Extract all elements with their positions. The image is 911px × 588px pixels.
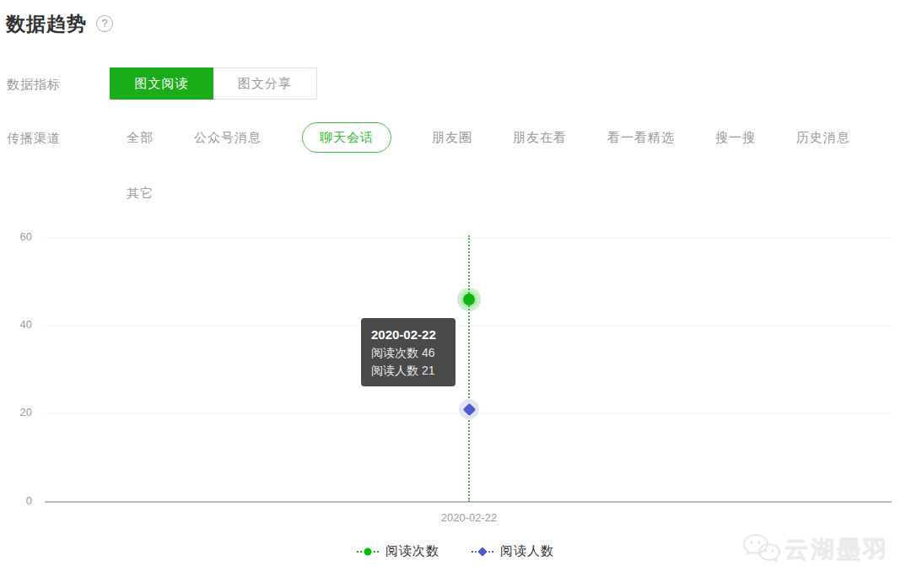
channel-all[interactable]: 全部: [127, 122, 154, 153]
channel-filter-list: 全部 公众号消息 聊天会话 朋友圈 朋友在看 看一看精选 搜一搜 历史消息 其它: [127, 122, 877, 208]
channels-row-label: 传播渠道: [7, 131, 61, 147]
legend-circle-icon: [357, 546, 379, 558]
metric-tabs: 图文阅读 图文分享: [110, 67, 317, 100]
channel-friends-reading[interactable]: 朋友在看: [513, 122, 567, 153]
chart-tooltip: 2020-02-22 阅读次数 46 阅读人数 21: [361, 318, 456, 386]
tab-article-share[interactable]: 图文分享: [213, 67, 317, 100]
legend-diamond-icon: [472, 546, 493, 558]
diamond-marker-icon: [462, 403, 476, 417]
channel-top-stories[interactable]: 看一看精选: [607, 122, 675, 153]
legend-item-reader-count[interactable]: 阅读人数: [472, 543, 554, 559]
metrics-row-label: 数据指标: [7, 77, 61, 93]
y-axis-tick-60: 60: [0, 230, 32, 243]
page-title: 数据趋势: [6, 11, 87, 37]
tooltip-date: 2020-02-22: [371, 326, 445, 343]
tab-article-read[interactable]: 图文阅读: [110, 67, 213, 100]
channel-search[interactable]: 搜一搜: [715, 122, 756, 153]
highlight-vertical-dotted-line: [468, 235, 470, 502]
watermark-text: 云湖墨羽: [784, 533, 889, 565]
tooltip-read-count-row: 阅读次数 46: [371, 344, 445, 362]
y-axis-tick-40: 40: [0, 318, 32, 331]
channel-moments[interactable]: 朋友圈: [432, 122, 472, 153]
data-point-reader-count[interactable]: [459, 399, 479, 419]
y-axis-tick-0: 0: [0, 494, 32, 507]
channel-chat-session[interactable]: 聊天会话: [302, 122, 391, 153]
channel-other[interactable]: 其它: [127, 178, 154, 208]
watermark: 云湖墨羽: [741, 531, 889, 567]
y-axis-tick-20: 20: [0, 406, 32, 418]
help-icon[interactable]: ?: [96, 15, 113, 32]
wechat-logo-icon: [741, 531, 780, 567]
tooltip-reader-count-row: 阅读人数 21: [371, 362, 445, 380]
data-point-read-count[interactable]: [463, 294, 475, 305]
x-axis-tick-date: 2020-02-22: [410, 511, 528, 524]
channel-history-message[interactable]: 历史消息: [796, 122, 850, 153]
legend-item-read-count[interactable]: 阅读次数: [357, 543, 439, 559]
channel-official-account-message[interactable]: 公众号消息: [194, 122, 261, 153]
